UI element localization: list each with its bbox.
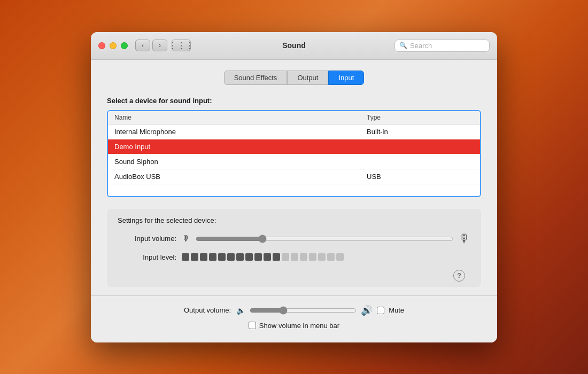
table-header: Name Type [108, 111, 480, 124]
window-title: Sound [282, 41, 306, 50]
table-row[interactable]: Demo Input [108, 139, 480, 154]
level-bar [264, 253, 271, 261]
divider [91, 295, 497, 296]
settings-label: Settings for the selected device: [118, 216, 470, 224]
level-bar [336, 253, 344, 261]
content-area: Sound Effects Output Input Select a devi… [91, 60, 497, 342]
grid-button[interactable]: ⋮⋮⋮ [172, 40, 191, 51]
output-volume-row: Output volume: 🔈 🔊 Mute [107, 305, 481, 316]
mute-label: Mute [389, 306, 404, 314]
volume-high-icon: 🔊 [361, 305, 373, 316]
settings-section: Settings for the selected device: Input … [107, 209, 481, 287]
close-button[interactable] [98, 42, 105, 49]
level-bar [309, 253, 316, 261]
device-name: Sound Siphon [114, 158, 367, 166]
table-row[interactable]: Internal Microphone Built-in [108, 124, 480, 139]
input-volume-slider-container [196, 235, 453, 243]
level-bar [318, 253, 326, 261]
sound-preferences-window: ‹ › ⋮⋮⋮ Sound 🔍 Sound Effects Output Inp… [91, 32, 497, 342]
level-bar [327, 253, 335, 261]
level-bar [227, 253, 235, 261]
input-volume-row: Input volume: 🎙 🎙 [118, 232, 470, 246]
help-row: ? [118, 270, 470, 282]
show-volume-checkbox[interactable] [249, 322, 256, 329]
device-type: USB [367, 173, 474, 181]
tab-bar: Sound Effects Output Input [107, 71, 481, 85]
device-section-label: Select a device for sound input: [107, 97, 481, 105]
device-name: Internal Microphone [114, 128, 367, 136]
level-bar [254, 253, 262, 261]
traffic-lights [98, 42, 128, 49]
input-level-row: Input level: [118, 253, 470, 261]
device-type: Built-in [367, 128, 474, 136]
output-volume-slider[interactable] [250, 306, 357, 315]
input-volume-label: Input volume: [118, 235, 176, 243]
volume-low-icon: 🔈 [236, 306, 245, 315]
level-bar [200, 253, 207, 261]
level-bars [182, 253, 344, 261]
level-bar [218, 253, 226, 261]
mic-icon-large: 🎙 [459, 232, 470, 246]
maximize-button[interactable] [121, 42, 128, 49]
device-name: AudioBox USB [114, 173, 367, 181]
level-bar [236, 253, 244, 261]
search-icon: 🔍 [399, 42, 407, 49]
input-volume-slider[interactable] [196, 235, 453, 243]
table-row-empty [108, 184, 480, 196]
back-button[interactable]: ‹ [135, 40, 150, 51]
level-bar [282, 253, 289, 261]
show-volume-label: Show volume in menu bar [259, 322, 339, 330]
minimize-button[interactable] [110, 42, 117, 49]
device-table: Name Type Internal Microphone Built-in D… [107, 110, 481, 197]
mic-icon-small: 🎙 [182, 234, 190, 244]
search-box[interactable]: 🔍 [394, 40, 490, 52]
level-bar [300, 253, 307, 261]
help-button[interactable]: ? [453, 270, 465, 282]
device-name: Demo Input [114, 143, 367, 151]
tab-input[interactable]: Input [328, 71, 364, 85]
name-column-header: Name [114, 114, 367, 121]
search-input[interactable] [410, 42, 485, 50]
level-bar [191, 253, 198, 261]
table-row[interactable]: AudioBox USB USB [108, 169, 480, 184]
input-level-label: Input level: [118, 253, 176, 261]
device-type [367, 158, 474, 166]
level-bar [182, 253, 189, 261]
level-bar [245, 253, 253, 261]
level-bar [273, 253, 280, 261]
tab-output[interactable]: Output [287, 71, 328, 85]
output-volume-label: Output volume: [184, 306, 231, 314]
level-bar [209, 253, 216, 261]
nav-buttons: ‹ › [135, 40, 167, 51]
titlebar: ‹ › ⋮⋮⋮ Sound 🔍 [91, 32, 497, 60]
level-bar [291, 253, 298, 261]
device-type [367, 143, 474, 151]
tab-sound-effects[interactable]: Sound Effects [224, 71, 288, 85]
forward-button[interactable]: › [152, 40, 167, 51]
mute-checkbox[interactable] [377, 307, 384, 314]
show-volume-row: Show volume in menu bar [107, 322, 481, 330]
bottom-controls: Output volume: 🔈 🔊 Mute Show volume in m… [107, 305, 481, 330]
table-row[interactable]: Sound Siphon [108, 154, 480, 169]
type-column-header: Type [367, 114, 474, 121]
